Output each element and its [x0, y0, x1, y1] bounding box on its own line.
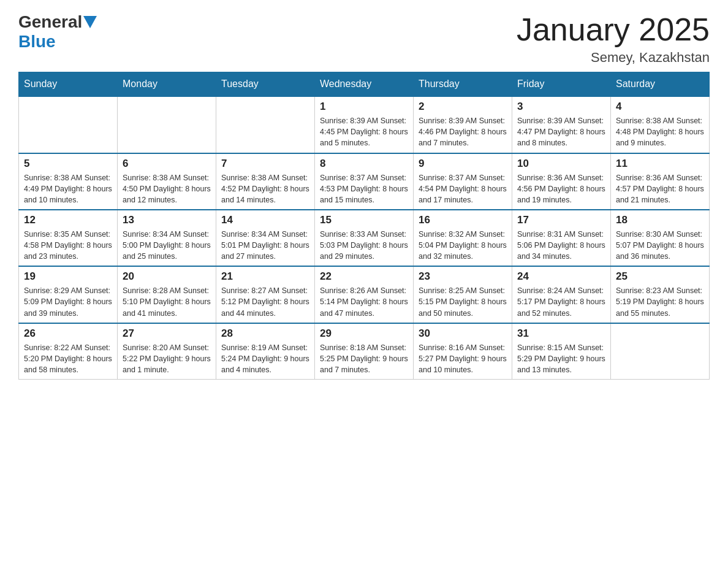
day-info: Sunrise: 8:31 AM Sunset: 5:06 PM Dayligh… [517, 229, 605, 262]
day-number: 14 [221, 214, 309, 226]
day-number: 7 [221, 158, 309, 170]
day-info: Sunrise: 8:28 AM Sunset: 5:10 PM Dayligh… [123, 285, 211, 318]
day-number: 18 [616, 214, 704, 226]
day-number: 22 [320, 270, 408, 283]
day-number: 28 [221, 327, 309, 340]
calendar-cell: 29Sunrise: 8:18 AM Sunset: 5:25 PM Dayli… [315, 323, 414, 380]
day-number: 30 [419, 327, 507, 340]
calendar-cell: 20Sunrise: 8:28 AM Sunset: 5:10 PM Dayli… [118, 266, 216, 323]
day-info: Sunrise: 8:19 AM Sunset: 5:24 PM Dayligh… [221, 342, 309, 375]
calendar-cell: 22Sunrise: 8:26 AM Sunset: 5:14 PM Dayli… [315, 266, 414, 323]
calendar-week-row: 19Sunrise: 8:29 AM Sunset: 5:09 PM Dayli… [19, 266, 710, 323]
calendar-cell: 2Sunrise: 8:39 AM Sunset: 4:46 PM Daylig… [414, 96, 512, 153]
calendar-cell [611, 323, 710, 380]
day-info: Sunrise: 8:37 AM Sunset: 4:53 PM Dayligh… [320, 172, 408, 205]
day-info: Sunrise: 8:25 AM Sunset: 5:15 PM Dayligh… [419, 285, 507, 318]
calendar-cell: 26Sunrise: 8:22 AM Sunset: 5:20 PM Dayli… [19, 323, 118, 380]
day-number: 8 [320, 158, 408, 170]
day-number: 2 [419, 101, 507, 113]
calendar-week-row: 26Sunrise: 8:22 AM Sunset: 5:20 PM Dayli… [19, 323, 710, 380]
weekday-header-thursday: Thursday [414, 72, 512, 97]
calendar-cell: 4Sunrise: 8:38 AM Sunset: 4:48 PM Daylig… [611, 96, 710, 153]
day-info: Sunrise: 8:36 AM Sunset: 4:56 PM Dayligh… [517, 172, 605, 205]
day-number: 24 [517, 270, 605, 283]
calendar-cell [216, 96, 315, 153]
day-info: Sunrise: 8:34 AM Sunset: 5:00 PM Dayligh… [123, 229, 211, 262]
day-info: Sunrise: 8:38 AM Sunset: 4:50 PM Dayligh… [123, 172, 211, 205]
title-block: January 2025 Semey, Kazakhstan [517, 12, 710, 66]
calendar-cell: 25Sunrise: 8:23 AM Sunset: 5:19 PM Dayli… [611, 266, 710, 323]
weekday-header-row: SundayMondayTuesdayWednesdayThursdayFrid… [19, 72, 710, 97]
day-number: 31 [517, 327, 605, 340]
day-info: Sunrise: 8:16 AM Sunset: 5:27 PM Dayligh… [419, 342, 507, 375]
calendar-cell: 16Sunrise: 8:32 AM Sunset: 5:04 PM Dayli… [414, 210, 512, 266]
calendar-cell: 23Sunrise: 8:25 AM Sunset: 5:15 PM Dayli… [414, 266, 512, 323]
calendar-week-row: 5Sunrise: 8:38 AM Sunset: 4:49 PM Daylig… [19, 153, 710, 210]
day-info: Sunrise: 8:37 AM Sunset: 4:54 PM Dayligh… [419, 172, 507, 205]
calendar-cell: 1Sunrise: 8:39 AM Sunset: 4:45 PM Daylig… [315, 96, 414, 153]
day-info: Sunrise: 8:26 AM Sunset: 5:14 PM Dayligh… [320, 285, 408, 318]
logo-blue-text: Blue [18, 32, 56, 51]
day-info: Sunrise: 8:22 AM Sunset: 5:20 PM Dayligh… [24, 342, 112, 375]
day-number: 20 [123, 270, 211, 283]
calendar-cell: 28Sunrise: 8:19 AM Sunset: 5:24 PM Dayli… [216, 323, 315, 380]
day-number: 9 [419, 158, 507, 170]
day-number: 29 [320, 327, 408, 340]
calendar-cell: 3Sunrise: 8:39 AM Sunset: 4:47 PM Daylig… [512, 96, 611, 153]
location-title: Semey, Kazakhstan [517, 50, 710, 66]
calendar-week-row: 12Sunrise: 8:35 AM Sunset: 4:58 PM Dayli… [19, 210, 710, 266]
calendar-cell: 30Sunrise: 8:16 AM Sunset: 5:27 PM Dayli… [414, 323, 512, 380]
logo: General Blue [18, 12, 97, 52]
calendar-cell [118, 96, 216, 153]
calendar-cell: 19Sunrise: 8:29 AM Sunset: 5:09 PM Dayli… [19, 266, 118, 323]
day-info: Sunrise: 8:29 AM Sunset: 5:09 PM Dayligh… [24, 285, 112, 318]
day-info: Sunrise: 8:33 AM Sunset: 5:03 PM Dayligh… [320, 229, 408, 262]
calendar-cell: 18Sunrise: 8:30 AM Sunset: 5:07 PM Dayli… [611, 210, 710, 266]
day-info: Sunrise: 8:38 AM Sunset: 4:52 PM Dayligh… [221, 172, 309, 205]
calendar-cell: 7Sunrise: 8:38 AM Sunset: 4:52 PM Daylig… [216, 153, 315, 210]
day-number: 19 [24, 270, 112, 283]
day-info: Sunrise: 8:18 AM Sunset: 5:25 PM Dayligh… [320, 342, 408, 375]
calendar-body: 1Sunrise: 8:39 AM Sunset: 4:45 PM Daylig… [19, 96, 710, 379]
day-info: Sunrise: 8:24 AM Sunset: 5:17 PM Dayligh… [517, 285, 605, 318]
calendar-table: SundayMondayTuesdayWednesdayThursdayFrid… [18, 72, 710, 380]
day-number: 26 [24, 327, 112, 340]
day-info: Sunrise: 8:30 AM Sunset: 5:07 PM Dayligh… [616, 229, 704, 262]
month-title: January 2025 [517, 12, 710, 47]
day-number: 17 [517, 214, 605, 226]
day-number: 13 [123, 214, 211, 226]
day-number: 12 [24, 214, 112, 226]
day-info: Sunrise: 8:23 AM Sunset: 5:19 PM Dayligh… [616, 285, 704, 318]
day-number: 23 [419, 270, 507, 283]
logo-general-text: General [18, 12, 82, 32]
calendar-cell: 6Sunrise: 8:38 AM Sunset: 4:50 PM Daylig… [118, 153, 216, 210]
day-number: 16 [419, 214, 507, 226]
day-info: Sunrise: 8:38 AM Sunset: 4:48 PM Dayligh… [616, 115, 704, 148]
logo-triangle-icon [83, 16, 97, 28]
calendar-week-row: 1Sunrise: 8:39 AM Sunset: 4:45 PM Daylig… [19, 96, 710, 153]
day-number: 1 [320, 101, 408, 113]
calendar-cell: 12Sunrise: 8:35 AM Sunset: 4:58 PM Dayli… [19, 210, 118, 266]
calendar-cell: 14Sunrise: 8:34 AM Sunset: 5:01 PM Dayli… [216, 210, 315, 266]
day-info: Sunrise: 8:27 AM Sunset: 5:12 PM Dayligh… [221, 285, 309, 318]
day-number: 3 [517, 101, 605, 113]
calendar-cell: 31Sunrise: 8:15 AM Sunset: 5:29 PM Dayli… [512, 323, 611, 380]
calendar-cell: 11Sunrise: 8:36 AM Sunset: 4:57 PM Dayli… [611, 153, 710, 210]
day-number: 4 [616, 101, 704, 113]
day-info: Sunrise: 8:38 AM Sunset: 4:49 PM Dayligh… [24, 172, 112, 205]
weekday-header-sunday: Sunday [19, 72, 118, 97]
day-number: 15 [320, 214, 408, 226]
day-info: Sunrise: 8:39 AM Sunset: 4:45 PM Dayligh… [320, 115, 408, 148]
day-info: Sunrise: 8:39 AM Sunset: 4:46 PM Dayligh… [419, 115, 507, 148]
svg-marker-0 [83, 16, 97, 28]
weekday-header-saturday: Saturday [611, 72, 710, 97]
day-info: Sunrise: 8:34 AM Sunset: 5:01 PM Dayligh… [221, 229, 309, 262]
calendar-cell: 10Sunrise: 8:36 AM Sunset: 4:56 PM Dayli… [512, 153, 611, 210]
day-info: Sunrise: 8:20 AM Sunset: 5:22 PM Dayligh… [123, 342, 211, 375]
day-info: Sunrise: 8:39 AM Sunset: 4:47 PM Dayligh… [517, 115, 605, 148]
day-number: 6 [123, 158, 211, 170]
page-header: General Blue January 2025 Semey, Kazakhs… [18, 12, 710, 66]
weekday-header-wednesday: Wednesday [315, 72, 414, 97]
day-info: Sunrise: 8:32 AM Sunset: 5:04 PM Dayligh… [419, 229, 507, 262]
calendar-cell: 13Sunrise: 8:34 AM Sunset: 5:00 PM Dayli… [118, 210, 216, 266]
